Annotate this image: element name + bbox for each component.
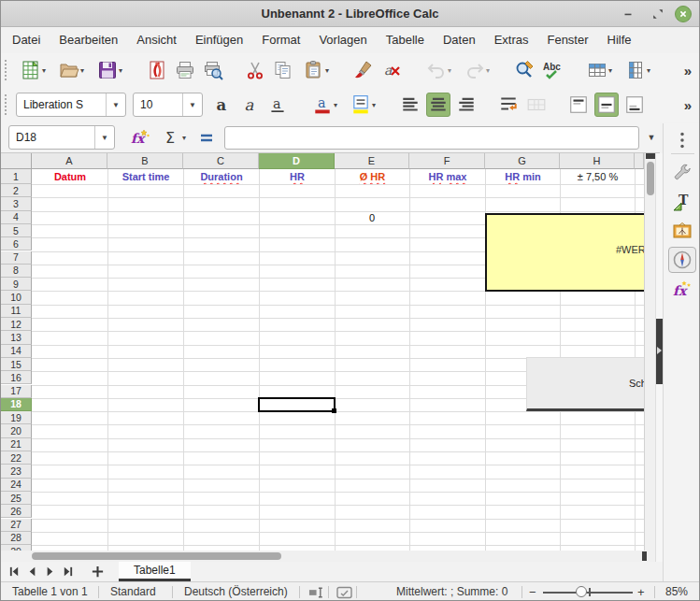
sheet-tab-tabelle1[interactable]: Tabelle1	[119, 562, 191, 581]
row-header-21[interactable]: 21	[1, 438, 32, 451]
insert-column-button[interactable]: ▾	[621, 58, 655, 82]
column-header-b[interactable]: B	[107, 153, 183, 169]
zoom-percentage[interactable]: 85%	[665, 582, 688, 601]
font-color-dropdown-arrow[interactable]: ▾	[334, 101, 337, 109]
row-header-20[interactable]: 20	[1, 424, 32, 437]
toolbar-grip[interactable]	[5, 94, 10, 115]
column-header-e[interactable]: E	[335, 153, 409, 169]
name-box-dropdown-arrow[interactable]: ▼	[94, 126, 114, 149]
row-header-18[interactable]: 18	[1, 398, 32, 411]
font-size-dropdown-arrow[interactable]: ▼	[182, 93, 202, 116]
row-header-12[interactable]: 12	[1, 318, 32, 331]
font-name-dropdown-arrow[interactable]: ▼	[106, 93, 125, 116]
align-center-button[interactable]	[426, 93, 450, 117]
select-all-corner[interactable]	[1, 153, 32, 169]
horizontal-scrollbar[interactable]	[1, 551, 655, 562]
row-header-17[interactable]: 17	[1, 385, 32, 398]
sidebar-tab-gallery[interactable]	[668, 218, 696, 244]
row-header-2[interactable]: 2	[1, 184, 32, 197]
row-header-28[interactable]: 28	[1, 532, 32, 545]
row-header-11[interactable]: 11	[1, 305, 32, 318]
valign-top-button[interactable]	[566, 93, 591, 117]
sum-button[interactable]: Σ▾	[156, 125, 191, 150]
toolbar-overflow-button[interactable]: »	[684, 63, 692, 79]
sidebar-tab-functions[interactable]: fx	[668, 276, 696, 302]
font-size-value[interactable]: 10	[134, 93, 182, 116]
row-header-5[interactable]: 5	[1, 224, 32, 237]
menu-fenster[interactable]: Fenster	[537, 27, 597, 53]
form-button-object[interactable]: Sch	[526, 357, 644, 411]
cell-reference[interactable]: D18	[9, 126, 94, 149]
column-header-g[interactable]: G	[485, 153, 560, 169]
minimize-button[interactable]	[620, 6, 636, 22]
menu-daten[interactable]: Daten	[434, 27, 485, 53]
insert-row-dropdown-arrow[interactable]: ▾	[608, 66, 612, 75]
menu-datei[interactable]: Datei	[3, 27, 50, 53]
column-header-d[interactable]: D	[259, 153, 335, 169]
toolbar-grip[interactable]	[5, 60, 10, 80]
undo-dropdown-arrow[interactable]: ▾	[448, 66, 451, 75]
column-header-c[interactable]: C	[183, 153, 259, 169]
cut-button[interactable]	[243, 58, 267, 82]
spelling-button[interactable]: Abc	[540, 58, 564, 82]
cell-H1[interactable]: ± 7,50 %	[561, 169, 635, 184]
column-header-f[interactable]: F	[409, 153, 485, 169]
valign-bottom-button[interactable]	[622, 93, 647, 117]
menu-vorlagen[interactable]: Vorlagen	[309, 27, 376, 53]
prev-sheet-button[interactable]	[23, 563, 41, 580]
active-cell-selection[interactable]	[258, 397, 336, 412]
row-header-25[interactable]: 25	[1, 492, 32, 505]
grid[interactable]: ABCDEFGH12345678910111213141516171819202…	[1, 153, 644, 551]
close-button[interactable]	[675, 6, 692, 22]
column-header-a[interactable]: A	[32, 153, 107, 169]
menu-tabelle[interactable]: Tabelle	[377, 27, 434, 53]
last-sheet-button[interactable]	[59, 563, 77, 580]
clear-formatting-button[interactable]: a	[379, 58, 404, 82]
copy-button[interactable]	[271, 58, 295, 82]
cell-F1[interactable]: HR max	[410, 169, 485, 184]
wrap-text-button[interactable]	[496, 93, 521, 117]
selection-mode-indicator[interactable]	[336, 586, 353, 599]
sidebar-tab-navigator[interactable]	[668, 247, 696, 273]
sidebar-tab-properties[interactable]	[668, 160, 696, 186]
row-header-9[interactable]: 9	[1, 278, 32, 291]
print-preview-button[interactable]	[201, 58, 225, 82]
paste-dropdown-arrow[interactable]: ▾	[325, 66, 329, 75]
cell-C1[interactable]: Duration	[184, 169, 259, 184]
expand-formula-bar-button[interactable]: ▼	[645, 126, 658, 150]
menu-format[interactable]: Format	[252, 27, 309, 53]
next-sheet-button[interactable]	[41, 563, 59, 580]
row-header-15[interactable]: 15	[1, 358, 32, 371]
row-header-4[interactable]: 4	[1, 211, 32, 224]
open-dropdown-arrow[interactable]: ▾	[80, 66, 84, 75]
horizontal-split-handle[interactable]	[642, 551, 647, 561]
italic-button[interactable]: a	[237, 93, 262, 117]
cell-D1[interactable]: HR	[260, 169, 335, 184]
redo-dropdown-arrow[interactable]: ▾	[486, 66, 490, 75]
zoom-out-button[interactable]: −	[529, 582, 536, 601]
font-size-combo[interactable]: 10 ▼	[133, 93, 203, 117]
toolbar-overflow-button[interactable]: »	[684, 97, 692, 113]
chart-object[interactable]: #WERT!	[485, 213, 644, 292]
fill-handle[interactable]	[332, 408, 336, 413]
row-header-7[interactable]: 7	[1, 251, 32, 265]
export-pdf-button[interactable]	[145, 58, 169, 82]
zoom-slider-track[interactable]	[543, 592, 633, 594]
sidebar-menu-button[interactable]	[668, 127, 696, 153]
page-style[interactable]: Standard	[110, 582, 156, 601]
row-header-13[interactable]: 13	[1, 331, 32, 344]
menu-ansicht[interactable]: Ansicht	[127, 27, 186, 53]
zoom-in-button[interactable]: +	[637, 582, 645, 601]
row-header-19[interactable]: 19	[1, 411, 32, 424]
insert-column-dropdown-arrow[interactable]: ▾	[647, 66, 650, 75]
row-header-3[interactable]: 3	[1, 197, 32, 210]
insert-mode-indicator[interactable]	[308, 586, 326, 599]
highlight-color-button[interactable]: ▾	[346, 93, 380, 117]
vertical-scrollbar[interactable]	[644, 153, 655, 551]
save-button[interactable]: ▾	[93, 58, 127, 82]
sidebar-tab-styles[interactable]: T	[668, 189, 696, 215]
menu-einfgen[interactable]: Einfügen	[186, 27, 252, 53]
print-button[interactable]	[173, 58, 197, 82]
save-dropdown-arrow[interactable]: ▾	[119, 66, 122, 75]
align-left-button[interactable]	[398, 93, 422, 117]
